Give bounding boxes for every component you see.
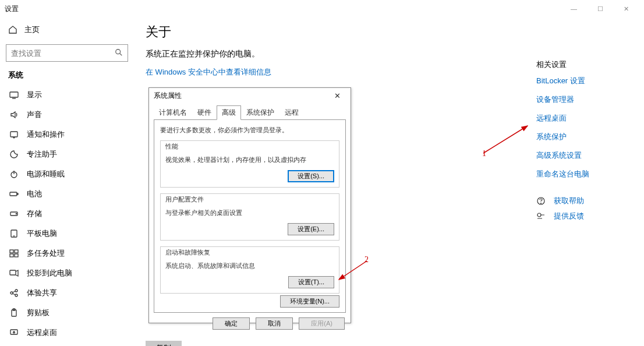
svg-point-18 bbox=[10, 292, 13, 294]
related-title: 相关设置 bbox=[536, 59, 624, 70]
svg-point-10 bbox=[16, 213, 16, 214]
performance-title: 性能 bbox=[165, 142, 334, 151]
search-input[interactable] bbox=[6, 44, 128, 62]
sidebar-item-tablet[interactable]: 平板电脑 bbox=[6, 224, 128, 243]
sidebar-item-label: 投影到此电脑 bbox=[27, 268, 72, 278]
sidebar-item-label: 电池 bbox=[27, 189, 42, 199]
dialog-tabs: 计算机名 硬件 高级 系统保护 远程 bbox=[149, 103, 351, 120]
environment-variables-button[interactable]: 环境变量(N)... bbox=[280, 295, 339, 308]
monitor-status-text: 系统正在监控并保护你的电脑。 bbox=[146, 49, 632, 59]
search-icon bbox=[112, 48, 125, 58]
startup-recovery-group: 启动和故障恢复 系统启动、系统故障和调试信息 设置(T)... bbox=[160, 246, 339, 294]
sidebar-item-battery[interactable]: 电池 bbox=[6, 184, 128, 204]
sidebar-item-label: 专注助手 bbox=[27, 149, 57, 160]
copy-button[interactable]: 复制 bbox=[146, 341, 182, 346]
performance-settings-button[interactable]: 设置(S)... bbox=[288, 170, 334, 182]
sidebar-item-display[interactable]: 显示 bbox=[6, 85, 128, 105]
feedback-label: 提供反馈 bbox=[554, 211, 584, 221]
svg-line-22 bbox=[13, 294, 15, 295]
sidebar-item-label: 体验共享 bbox=[27, 288, 57, 298]
sidebar-item-label: 远程桌面 bbox=[27, 327, 57, 338]
sidebar-item-label: 通知和操作 bbox=[27, 129, 65, 140]
startup-recovery-title: 启动和故障恢复 bbox=[165, 248, 334, 257]
sidebar-section-title: 系统 bbox=[8, 70, 128, 80]
svg-rect-7 bbox=[10, 192, 17, 196]
sidebar-item-notifications[interactable]: 通知和操作 bbox=[6, 125, 128, 144]
svg-rect-16 bbox=[15, 254, 18, 257]
startup-recovery-desc: 系统启动、系统故障和调试信息 bbox=[165, 262, 334, 270]
svg-rect-2 bbox=[10, 92, 18, 97]
user-profiles-settings-button[interactable]: 设置(E)... bbox=[288, 223, 334, 235]
svg-line-21 bbox=[13, 291, 15, 292]
home-label: 主页 bbox=[24, 24, 40, 35]
give-feedback-link[interactable]: 提供反馈 bbox=[536, 211, 624, 221]
sidebar-item-label: 存储 bbox=[27, 209, 42, 219]
sidebar-item-label: 平板电脑 bbox=[27, 228, 57, 239]
sidebar-item-label: 显示 bbox=[27, 90, 42, 100]
tab-hardware[interactable]: 硬件 bbox=[192, 105, 217, 120]
svg-point-19 bbox=[15, 289, 17, 292]
svg-rect-23 bbox=[12, 310, 16, 316]
link-rename-pc[interactable]: 重命名这台电脑 bbox=[536, 169, 624, 179]
sidebar-item-label: 多任务处理 bbox=[27, 248, 65, 259]
sidebar-item-label: 声音 bbox=[27, 110, 42, 120]
performance-desc: 视觉效果，处理器计划，内存使用，以及虚拟内存 bbox=[165, 156, 334, 164]
security-center-link[interactable]: 在 Windows 安全中心中查看详细信息 bbox=[146, 67, 271, 77]
tab-computer-name[interactable]: 计算机名 bbox=[154, 105, 192, 120]
link-system-protection[interactable]: 系统保护 bbox=[536, 132, 624, 142]
search-field[interactable] bbox=[11, 49, 112, 58]
home-button[interactable]: 主页 bbox=[6, 21, 128, 38]
user-profiles-desc: 与登录帐户相关的桌面设置 bbox=[165, 209, 334, 217]
admin-note: 要进行大多数更改，你必须作为管理员登录。 bbox=[160, 126, 339, 135]
page-title: 关于 bbox=[146, 23, 632, 41]
dialog-ok-button[interactable]: 确定 bbox=[213, 317, 250, 330]
link-advanced-system-settings[interactable]: 高级系统设置 bbox=[536, 150, 624, 161]
sidebar-item-label: 电源和睡眠 bbox=[27, 169, 65, 179]
performance-group: 性能 视觉效果，处理器计划，内存使用，以及虚拟内存 设置(S)... bbox=[160, 140, 339, 188]
maximize-button[interactable]: ☐ bbox=[587, 0, 613, 17]
sidebar: 主页 系统 显示 声音 通知和操作 专注助手 电源和睡眠 电池 存储 平板电脑 … bbox=[0, 17, 134, 346]
system-properties-dialog: 系统属性 ✕ 计算机名 硬件 高级 系统保护 远程 要进行大多数更改，你必须作为… bbox=[148, 87, 351, 323]
minimize-button[interactable]: — bbox=[561, 0, 587, 17]
close-button[interactable]: ✕ bbox=[613, 0, 639, 17]
dialog-title: 系统属性 bbox=[154, 91, 182, 101]
sidebar-item-label: 剪贴板 bbox=[27, 308, 49, 318]
svg-line-1 bbox=[120, 53, 122, 55]
svg-point-20 bbox=[15, 294, 17, 296]
help-label: 获取帮助 bbox=[554, 196, 584, 206]
svg-rect-4 bbox=[10, 132, 17, 137]
svg-point-27 bbox=[541, 203, 542, 204]
svg-rect-17 bbox=[10, 270, 16, 275]
sidebar-item-multitask[interactable]: 多任务处理 bbox=[6, 243, 128, 263]
sidebar-item-remote[interactable]: 远程桌面 bbox=[6, 323, 128, 343]
svg-rect-14 bbox=[15, 250, 18, 253]
user-profiles-group: 用户配置文件 与登录帐户相关的桌面设置 设置(E)... bbox=[160, 193, 339, 241]
link-bitlocker[interactable]: BitLocker 设置 bbox=[536, 76, 624, 86]
sidebar-item-share[interactable]: 体验共享 bbox=[6, 283, 128, 303]
user-profiles-title: 用户配置文件 bbox=[165, 195, 334, 204]
sidebar-item-storage[interactable]: 存储 bbox=[6, 204, 128, 224]
sidebar-item-focus[interactable]: 专注助手 bbox=[6, 144, 128, 164]
sidebar-item-sound[interactable]: 声音 bbox=[6, 105, 128, 125]
svg-point-28 bbox=[537, 213, 541, 217]
tab-advanced[interactable]: 高级 bbox=[217, 105, 241, 120]
sidebar-item-project[interactable]: 投影到此电脑 bbox=[6, 263, 128, 283]
sidebar-item-power[interactable]: 电源和睡眠 bbox=[6, 164, 128, 184]
tab-remote[interactable]: 远程 bbox=[279, 105, 304, 120]
svg-rect-15 bbox=[10, 254, 13, 257]
dialog-apply-button[interactable]: 应用(A) bbox=[299, 317, 345, 330]
sidebar-item-clipboard[interactable]: 剪贴板 bbox=[6, 303, 128, 323]
link-remote-desktop[interactable]: 远程桌面 bbox=[536, 113, 624, 123]
window-title: 设置 bbox=[5, 4, 19, 14]
startup-recovery-settings-button[interactable]: 设置(T)... bbox=[288, 276, 334, 288]
svg-point-0 bbox=[116, 49, 121, 54]
link-device-manager[interactable]: 设备管理器 bbox=[536, 94, 624, 105]
get-help-link[interactable]: 获取帮助 bbox=[536, 196, 624, 206]
related-settings: 相关设置 BitLocker 设置 设备管理器 远程桌面 系统保护 高级系统设置… bbox=[536, 59, 624, 221]
tab-system-protection[interactable]: 系统保护 bbox=[241, 105, 279, 120]
dialog-close-button[interactable]: ✕ bbox=[328, 91, 346, 100]
svg-rect-8 bbox=[17, 193, 18, 195]
svg-rect-13 bbox=[10, 250, 13, 253]
dialog-cancel-button[interactable]: 取消 bbox=[256, 317, 293, 330]
